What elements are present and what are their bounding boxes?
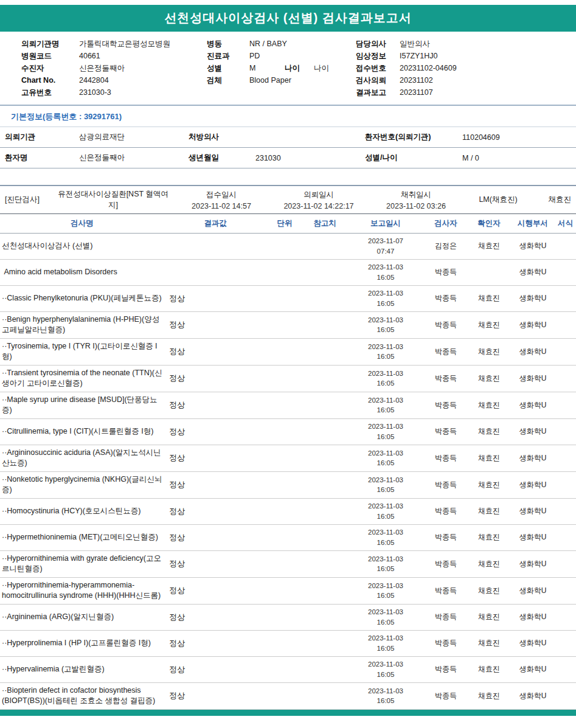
cell-examiner: 박종득	[425, 418, 467, 445]
field-value: M / 0	[462, 154, 479, 162]
cell-confirmer: 채효진	[467, 418, 511, 445]
cell-format	[555, 233, 576, 259]
cell-confirmer: 채효진	[467, 445, 511, 471]
cell-test-name: ··Homocystinuria (HCY)(호모시스틴뇨증)	[0, 498, 164, 524]
result-row: ··Tyrosinemia, type I (TYR I)(고타이로신혈증 I형…	[0, 338, 576, 365]
cell-report-datetime: 2023-11-03 16:05	[347, 338, 425, 365]
cell-report-datetime: 2023-11-03 16:05	[347, 259, 425, 285]
cell-department: 생화학U	[511, 577, 555, 604]
requested-datetime: 2023-11-02 14:22:17	[283, 202, 353, 210]
cell-examiner: 박종득	[425, 656, 467, 682]
field-value: Blood Paper	[249, 75, 291, 86]
basic-info-row-2: 환자명 신은정둘째아 생년월일 231030 성별/나이 M / 0	[0, 148, 576, 168]
cell-reference	[303, 577, 347, 604]
basic-field-patient-no: 환자번호(의뢰기관) 110204609	[365, 132, 576, 142]
field-label: 병동	[207, 38, 249, 50]
cell-result-value: 정상	[164, 285, 266, 311]
basic-field-referring-org: 의뢰기관 삼광의료재단	[5, 132, 189, 142]
info-field-patient: 수진자 신은정둘째아	[21, 63, 207, 74]
cell-format	[555, 311, 576, 338]
cell-examiner: 박종득	[425, 498, 467, 524]
top-info-section: 의뢰기관명 가톨릭대학교은평성모병원 병원코드 40661 수진자 신은정둘째아…	[0, 32, 576, 103]
field-label: 고유번호	[21, 87, 79, 99]
cell-unit	[266, 498, 303, 524]
cell-report-datetime: 2023-11-03 16:05	[347, 630, 425, 656]
cell-format	[555, 418, 576, 445]
cell-department: 생화학U	[511, 392, 555, 418]
cell-examiner: 박종득	[425, 259, 467, 285]
field-label: 성별	[207, 63, 249, 74]
results-table-body: 선천성대사이상검사 (선별)2023-11-07 07:47김정은채효진생화학U…	[0, 233, 576, 709]
cell-confirmer: 채효진	[467, 630, 511, 656]
col-header-confirmer: 확인자	[467, 214, 511, 233]
info-field-department: 진료과 PD	[207, 50, 356, 62]
received-label: 접수일시	[206, 190, 237, 200]
cell-test-name: ··Tyrosinemia, type I (TYR I)(고타이로신혈증 I형…	[0, 338, 164, 365]
field-label: 접수번호	[356, 63, 400, 74]
result-row: ··Maple syrup urine disease [MSUD](단풍당뇨증…	[0, 392, 576, 418]
cell-result-value: 정상	[164, 471, 266, 498]
page-title: 선천성대사이상검사 (선별) 검사결과보고서	[164, 11, 411, 24]
cell-department: 생화학U	[511, 259, 555, 285]
field-value: 231030-3	[79, 87, 111, 99]
cell-result-value: 정상	[164, 365, 266, 392]
cell-test-name: ··Hypervalinemia (고발린혈증)	[0, 656, 164, 682]
cell-department: 생화학U	[511, 524, 555, 550]
field-value: 신은정둘째아	[79, 153, 125, 163]
field-label: 수진자	[21, 63, 79, 74]
cell-reference	[303, 233, 347, 259]
cell-reference	[303, 524, 347, 550]
field-value: 20231102	[400, 75, 433, 86]
field-value: I57ZY1HJ0	[400, 50, 438, 62]
cell-report-datetime: 2023-11-03 16:05	[347, 311, 425, 338]
basic-field-prescribing-doctor: 처방의사	[189, 132, 365, 142]
field-label: 병원코드	[21, 50, 79, 62]
field-value: 20231102-04609	[400, 63, 457, 74]
cell-department: 생화학U	[511, 233, 555, 259]
field-label: 환자번호(의뢰기관)	[365, 132, 462, 142]
cell-result-value: 정상	[164, 392, 266, 418]
cell-examiner: 박종득	[425, 471, 467, 498]
basic-field-patient-name: 환자명 신은정둘째아	[5, 153, 189, 163]
cell-result-value	[164, 233, 266, 259]
cell-reference	[303, 365, 347, 392]
cell-result-value: 정상	[164, 630, 266, 656]
field-label: 검사의뢰	[356, 75, 400, 86]
cell-reference	[303, 259, 347, 285]
cell-reference	[303, 498, 347, 524]
cell-confirmer: 채효진	[467, 498, 511, 524]
cell-format	[555, 285, 576, 311]
cell-department: 생화학U	[511, 498, 555, 524]
cell-result-value: 정상	[164, 311, 266, 338]
exam-collected: 채취일시 2023-11-02 03:26	[367, 190, 465, 210]
cell-result-value: 정상	[164, 524, 266, 550]
col-header-test-name: 검사명	[0, 214, 164, 233]
cell-examiner: 박종득	[425, 630, 467, 656]
cell-report-datetime: 2023-11-03 16:05	[347, 524, 425, 550]
cell-format	[555, 656, 576, 682]
cell-format	[555, 259, 576, 285]
cell-test-name: ··Hyperprolinemia I (HP I)(고프롤린혈증 I형)	[0, 630, 164, 656]
cell-unit	[266, 365, 303, 392]
field-value: M	[249, 63, 285, 74]
cell-format	[555, 524, 576, 550]
cell-reference	[303, 445, 347, 471]
cell-format	[555, 392, 576, 418]
col-header-result: 결과값	[164, 214, 266, 233]
cell-confirmer: 채효진	[467, 524, 511, 550]
collector: LM(채효진)	[465, 195, 532, 205]
col-header-unit: 단위	[266, 214, 303, 233]
cell-confirmer: 채효진	[467, 311, 511, 338]
field-label: 성별/나이	[365, 153, 462, 163]
cell-confirmer: 채효진	[467, 392, 511, 418]
cell-test-name: ··Benign hyperphenylalaninemia (H-PHE)(양…	[0, 311, 164, 338]
info-field-ward: 병동 NR / BABY	[207, 38, 356, 50]
cell-test-name: ··Hyperornithinemia with gyrate deficien…	[0, 550, 164, 577]
cell-department: 생화학U	[511, 418, 555, 445]
cell-unit	[266, 445, 303, 471]
col-header-department: 시행부서	[511, 214, 555, 233]
info-field-doctor: 담당의사 일반의사	[356, 38, 576, 50]
result-row: ··Hypervalinemia (고발린혈증)정상2023-11-03 16:…	[0, 656, 576, 682]
report-title-banner: 선천성대사이상검사 (선별) 검사결과보고서	[0, 5, 576, 32]
result-row: ··Argininemia (ARG)(알지닌혈증)정상2023-11-03 1…	[0, 604, 576, 630]
